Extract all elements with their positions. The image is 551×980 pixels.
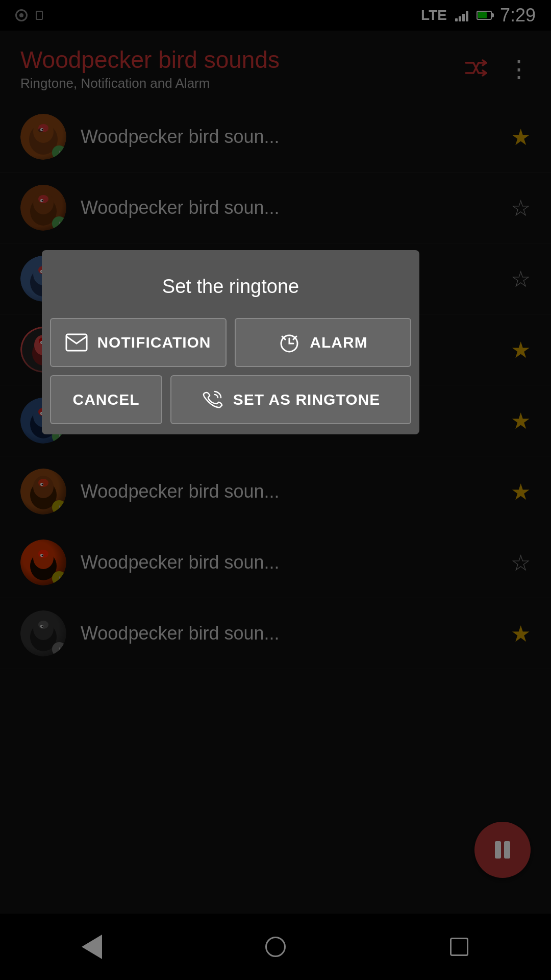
set-ringtone-button[interactable]: SET AS RINGTONE: [170, 375, 411, 424]
dialog-overlay: [0, 0, 551, 980]
svg-rect-44: [66, 334, 87, 351]
notification-label: NOTIFICATION: [97, 334, 211, 351]
cancel-label: CANCEL: [73, 391, 140, 408]
envelope-icon: [65, 333, 88, 352]
dialog-row1: NOTIFICATION ALARM: [42, 318, 419, 375]
dialog-title: Set the ringtone: [42, 250, 419, 318]
alarm-label: ALARM: [310, 334, 367, 351]
dialog-row2: CANCEL SET AS RINGTONE: [42, 375, 419, 434]
set-ringtone-label: SET AS RINGTONE: [233, 391, 380, 408]
cancel-button[interactable]: CANCEL: [50, 375, 162, 424]
notification-button[interactable]: NOTIFICATION: [50, 318, 227, 367]
phone-icon: [202, 388, 224, 411]
alarm-button[interactable]: ALARM: [235, 318, 411, 367]
alarm-icon: [278, 331, 300, 354]
set-ringtone-dialog: Set the ringtone NOTIFICATION ALARM CANC…: [42, 250, 419, 434]
